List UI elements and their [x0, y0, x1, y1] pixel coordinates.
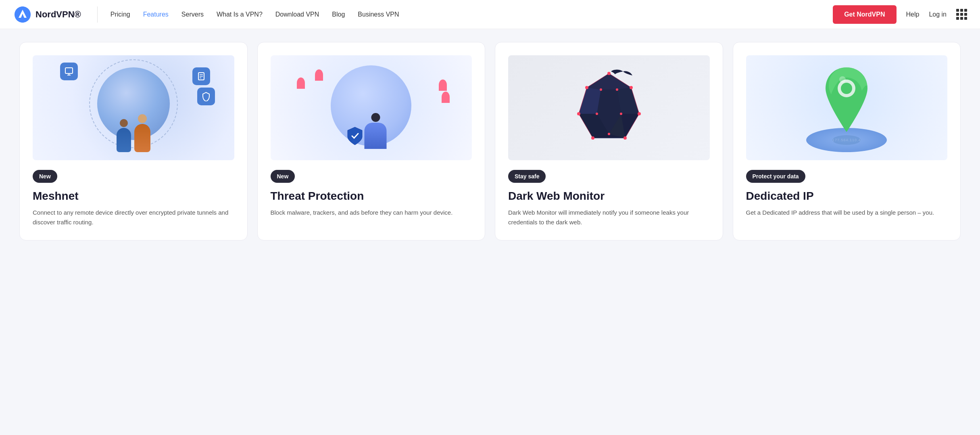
dedicated-illustration: 177.564.110.4 [746, 55, 948, 160]
threat-title: Threat Protection [271, 189, 472, 203]
feature-card-threat: New Threat Protection Block malware, tra… [257, 42, 486, 241]
grid-dot [956, 9, 959, 12]
dark-gem-svg [569, 69, 649, 146]
login-link[interactable]: Log in [929, 11, 947, 18]
meshnet-illustration [33, 55, 234, 160]
svg-point-35 [839, 76, 846, 83]
grid-dot [956, 17, 959, 20]
logo-text: NordVPN® [35, 9, 81, 20]
float-icon-monitor [60, 63, 78, 80]
nav-link-pricing[interactable]: Pricing [111, 11, 130, 18]
nav-link-business[interactable]: Business VPN [358, 11, 399, 18]
svg-point-23 [616, 88, 618, 91]
feature-card-dedicated: 177.564.110.4 Protect your dat [733, 42, 961, 241]
nav-links: Pricing Features Servers What Is a VPN? … [111, 11, 833, 18]
meshnet-desc: Connect to any remote device directly ov… [33, 208, 234, 227]
nordvpn-logo-icon [13, 5, 32, 24]
float-icon-doc [192, 67, 210, 85]
svg-point-32 [832, 135, 861, 145]
svg-rect-0 [65, 68, 73, 73]
grid-dot [960, 17, 963, 20]
nav-link-download[interactable]: Download VPN [275, 11, 319, 18]
get-nordvpn-button[interactable]: Get NordVPN [833, 5, 896, 24]
shield-icon-small [347, 126, 363, 147]
feature-card-meshnet: New Meshnet Connect to any remote device… [19, 42, 248, 241]
threat-desc: Block malware, trackers, and ads before … [271, 208, 472, 218]
pin-1 [297, 77, 305, 89]
dedicated-title: Dedicated IP [746, 189, 948, 203]
svg-point-34 [841, 83, 852, 94]
logo[interactable]: NordVPN® [13, 5, 81, 24]
dedicated-desc: Get a Dedicated IP address that will be … [746, 208, 948, 218]
svg-marker-8 [587, 73, 631, 90]
nav-right: Get NordVPN Help Log in [833, 5, 967, 24]
svg-point-22 [600, 88, 602, 91]
grid-dot [960, 13, 963, 16]
nav-link-features[interactable]: Features [143, 11, 169, 18]
grid-dot [956, 13, 959, 16]
navbar: NordVPN® Pricing Features Servers What I… [0, 0, 980, 29]
darkweb-illustration [508, 55, 710, 160]
pin-2 [315, 69, 323, 81]
nav-link-blog[interactable]: Blog [332, 11, 345, 18]
grid-dot [964, 13, 967, 16]
float-icon-shield [197, 88, 215, 105]
grid-dot [964, 9, 967, 12]
pin-4 [442, 92, 450, 103]
map-pin-svg [814, 63, 879, 152]
svg-point-21 [608, 133, 610, 135]
main-content: New Meshnet Connect to any remote device… [0, 29, 980, 253]
sitting-person [365, 113, 387, 149]
nav-link-what-is-vpn[interactable]: What Is a VPN? [217, 11, 263, 18]
meshnet-badge: New [33, 170, 57, 183]
people-figures [117, 114, 150, 152]
feature-cards-grid: New Meshnet Connect to any remote device… [19, 42, 961, 241]
darkweb-desc: Dark Web Monitor will immediately notify… [508, 208, 710, 227]
nav-divider [97, 6, 98, 23]
svg-point-24 [596, 113, 598, 115]
meshnet-title: Meshnet [33, 189, 234, 203]
grid-dot [960, 9, 963, 12]
nav-link-servers[interactable]: Servers [181, 11, 204, 18]
threat-badge: New [271, 170, 295, 183]
darkweb-badge: Stay safe [508, 170, 546, 183]
pin-3 [439, 79, 447, 91]
feature-card-darkweb: Stay safe Dark Web Monitor Dark Web Moni… [495, 42, 723, 241]
svg-point-25 [620, 113, 622, 115]
apps-grid-icon[interactable] [956, 9, 967, 20]
grid-dot [964, 17, 967, 20]
darkweb-title: Dark Web Monitor [508, 189, 710, 203]
help-link[interactable]: Help [906, 11, 920, 18]
threat-illustration [271, 55, 472, 160]
dedicated-badge: Protect your data [746, 170, 805, 183]
